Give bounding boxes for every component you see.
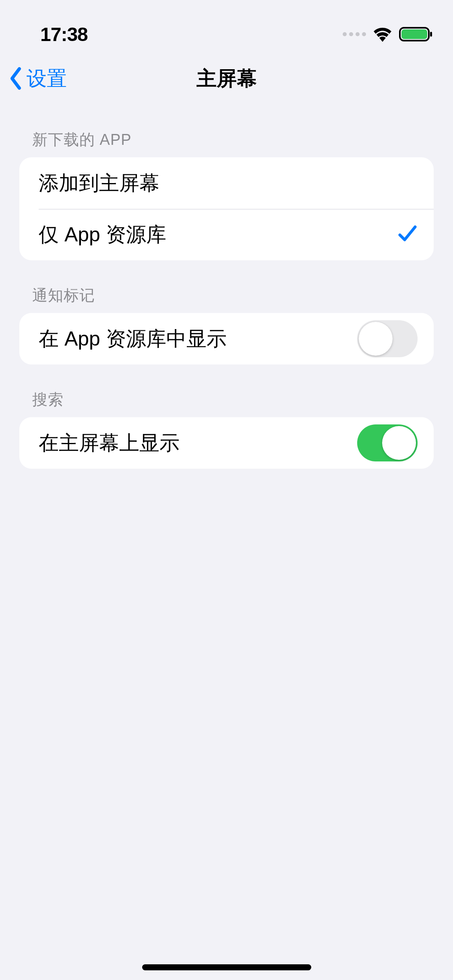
cellular-dots-icon [343,32,366,36]
battery-icon [399,26,433,42]
row-show-on-home: 在主屏幕上显示 [19,417,434,469]
svg-rect-1 [401,29,427,39]
checkmark-icon [397,224,418,245]
row-app-library-only[interactable]: 仅 App 资源库 [19,209,434,260]
home-indicator[interactable] [142,964,311,970]
row-add-to-home[interactable]: 添加到主屏幕 [19,157,434,209]
status-icons [343,26,433,42]
group-new-apps: 添加到主屏幕 仅 App 资源库 [19,157,434,260]
section-header-new-apps: 新下载的 APP [19,105,434,157]
row-label: 仅 App 资源库 [39,221,166,248]
content: 新下载的 APP 添加到主屏幕 仅 App 资源库 通知标记 在 App 资源库… [0,105,453,469]
toggle-knob [382,426,416,460]
page-title: 主屏幕 [0,65,453,92]
toggle-show-in-app-library[interactable] [357,320,418,357]
toggle-show-on-home[interactable] [357,424,418,461]
toggle-knob [359,322,393,356]
status-bar: 17:38 [0,0,453,52]
section-header-badges: 通知标记 [19,260,434,313]
group-badges: 在 App 资源库中显示 [19,313,434,364]
svg-rect-2 [430,32,432,37]
back-label: 设置 [27,65,67,92]
nav-bar: 设置 主屏幕 [0,52,453,105]
row-show-in-app-library: 在 App 资源库中显示 [19,313,434,364]
row-label: 在 App 资源库中显示 [39,325,227,352]
section-header-search: 搜索 [19,364,434,417]
status-time: 17:38 [40,23,88,45]
row-label: 在主屏幕上显示 [39,430,180,457]
wifi-icon [373,27,392,42]
row-label: 添加到主屏幕 [39,170,159,197]
chevron-left-icon [8,66,24,91]
group-search: 在主屏幕上显示 [19,417,434,469]
back-button[interactable]: 设置 [8,65,67,92]
